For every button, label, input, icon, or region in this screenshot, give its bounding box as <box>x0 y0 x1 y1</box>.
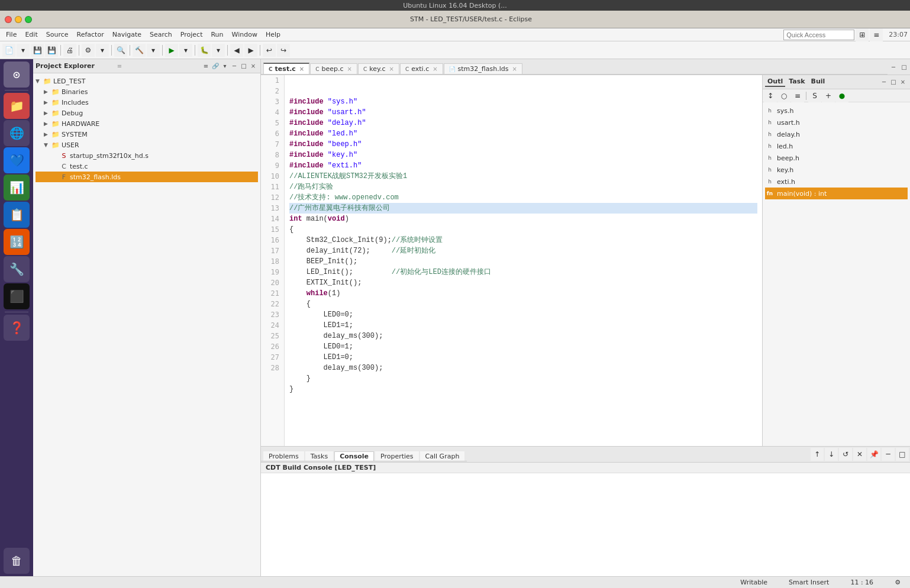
tab-close-button[interactable]: × <box>512 66 517 72</box>
tree-item[interactable]: ▼📁USER <box>36 140 258 150</box>
tree-item[interactable]: ▶📁Binaries <box>36 86 258 97</box>
pe-view-menu[interactable]: ▾ <box>220 62 230 71</box>
outline-tab-outl[interactable]: Outl <box>765 77 785 87</box>
dock-files[interactable]: 📁 <box>4 93 30 119</box>
outline-item[interactable]: fnmain(void) : int <box>765 188 908 199</box>
outline-hide[interactable]: ○ <box>777 89 790 102</box>
tree-item[interactable]: Sstartup_stm32f10x_hd.s <box>36 150 258 161</box>
outline-tab-task[interactable]: Task <box>786 77 807 87</box>
save-button[interactable]: 💾 <box>31 44 44 57</box>
outline-minimize[interactable]: ─ <box>879 77 889 87</box>
tree-item[interactable]: ▶📁Includes <box>36 97 258 108</box>
editor-tab-extic[interactable]: Cexti.c× <box>400 63 443 74</box>
outline-expand[interactable]: + <box>822 89 835 102</box>
tb-dropdown1[interactable]: ▾ <box>17 44 30 57</box>
outline-static[interactable]: S <box>808 89 821 102</box>
outline-maximize[interactable]: □ <box>889 77 898 87</box>
editor-tab-beepc[interactable]: Cbeep.c× <box>310 63 357 74</box>
dock-terminal[interactable]: ⬛ <box>4 283 30 309</box>
console-maximize[interactable]: □ <box>896 448 909 461</box>
run-dropdown[interactable]: ▾ <box>179 44 192 57</box>
tree-item[interactable]: ▶📁SYSTEM <box>36 129 258 140</box>
dock-tools[interactable]: 🔧 <box>4 256 30 282</box>
bottom-tab-properties[interactable]: Properties <box>375 451 419 461</box>
tb-prev[interactable]: ◀ <box>230 44 243 57</box>
search-button[interactable]: 🔍 <box>114 44 127 57</box>
dock-ubuntu[interactable]: ⊙ <box>4 62 30 88</box>
tree-item[interactable]: ▶📁Debug <box>36 108 258 118</box>
build-button[interactable]: 🔨 <box>133 44 146 57</box>
editor-maximize[interactable]: □ <box>899 62 909 72</box>
view-button[interactable]: ≡ <box>870 28 883 41</box>
outline-close[interactable]: × <box>898 77 908 87</box>
dock-vscode[interactable]: 💙 <box>4 147 30 173</box>
minimize-button[interactable] <box>15 16 22 23</box>
menu-refactor[interactable]: Refactor <box>73 30 108 40</box>
editor-tab-testc[interactable]: Ctest.c× <box>263 63 309 74</box>
menu-help[interactable]: Help <box>262 30 284 40</box>
menu-project[interactable]: Project <box>177 30 206 40</box>
menu-file[interactable]: File <box>2 30 20 40</box>
dock-document[interactable]: 📋 <box>4 202 30 228</box>
outline-item[interactable]: hbeep.h <box>765 152 908 164</box>
quick-access-input[interactable] <box>783 30 854 40</box>
outline-item[interactable]: husart.h <box>765 117 908 128</box>
tree-item[interactable]: Ctest.c <box>36 161 258 172</box>
build-dropdown[interactable]: ▾ <box>147 44 160 57</box>
console-scrolldown[interactable]: ↓ <box>825 448 838 461</box>
console-minimize[interactable]: ─ <box>882 448 895 461</box>
editor-tab-keyc[interactable]: Ckey.c× <box>358 63 399 74</box>
console-clear[interactable]: ✕ <box>853 448 866 461</box>
tab-close-button[interactable]: × <box>299 66 304 72</box>
tb-dropdown2[interactable]: ▾ <box>96 44 109 57</box>
tree-item[interactable]: Fstm32_flash.lds <box>36 172 258 182</box>
outline-item[interactable]: hsys.h <box>765 105 908 117</box>
pe-minimize[interactable]: ─ <box>230 62 239 71</box>
console-pin[interactable]: 📌 <box>867 448 880 461</box>
console-refresh[interactable]: ↺ <box>839 448 852 461</box>
outline-item[interactable]: hexti.h <box>765 176 908 188</box>
tab-close-button[interactable]: × <box>347 66 352 72</box>
code-area[interactable]: #include "sys.h"#include "usart.h"#inclu… <box>285 75 762 446</box>
outline-tab-buil[interactable]: Buil <box>809 77 828 87</box>
status-settings[interactable]: ⚙ <box>890 579 905 586</box>
editor-minimize[interactable]: ─ <box>889 62 898 72</box>
new-file-button[interactable]: 📄 <box>2 44 15 57</box>
menu-edit[interactable]: Edit <box>21 30 41 40</box>
bottom-tab-problems[interactable]: Problems <box>263 451 304 461</box>
run-button[interactable]: ▶ <box>165 44 178 57</box>
outline-item[interactable]: hdelay.h <box>765 128 908 140</box>
menu-navigate[interactable]: Navigate <box>109 30 145 40</box>
tb-back[interactable]: ↩ <box>263 44 276 57</box>
bottom-tab-tasks[interactable]: Tasks <box>305 451 333 461</box>
print-button[interactable]: 🖨 <box>63 44 76 57</box>
pe-collapse-all[interactable]: ≡ <box>201 62 211 71</box>
outline-green-dot[interactable]: ● <box>835 89 848 102</box>
tree-item[interactable]: ▶📁HARDWARE <box>36 118 258 129</box>
tab-close-button[interactable]: × <box>389 66 394 72</box>
console-scrollup[interactable]: ↑ <box>811 448 824 461</box>
outline-item[interactable]: hled.h <box>765 140 908 152</box>
dock-spreadsheet[interactable]: 📊 <box>4 175 30 201</box>
pe-maximize[interactable]: □ <box>239 62 249 71</box>
dock-firefox[interactable]: 🌐 <box>4 120 30 146</box>
outline-item[interactable]: hkey.h <box>765 164 908 176</box>
tb-next[interactable]: ▶ <box>244 44 257 57</box>
settings-button[interactable]: ⚙ <box>82 44 95 57</box>
tb-fwd[interactable]: ↪ <box>277 44 290 57</box>
bottom-tab-call-graph[interactable]: Call Graph <box>420 451 465 461</box>
menu-source[interactable]: Source <box>43 30 72 40</box>
menu-window[interactable]: Window <box>228 30 261 40</box>
maximize-button[interactable] <box>25 16 32 23</box>
debug-button[interactable]: 🐛 <box>198 44 211 57</box>
pe-close[interactable]: × <box>249 62 258 71</box>
menu-search[interactable]: Search <box>146 30 176 40</box>
save-all-button[interactable]: 💾 <box>45 44 58 57</box>
menu-run[interactable]: Run <box>207 30 227 40</box>
dock-trash[interactable]: 🗑 <box>4 548 30 574</box>
bottom-tab-console[interactable]: Console <box>334 451 374 461</box>
debug-dropdown[interactable]: ▾ <box>212 44 225 57</box>
dock-help[interactable]: ❓ <box>4 315 30 341</box>
close-button[interactable] <box>5 16 12 23</box>
outline-fields[interactable]: ≡ <box>791 89 804 102</box>
